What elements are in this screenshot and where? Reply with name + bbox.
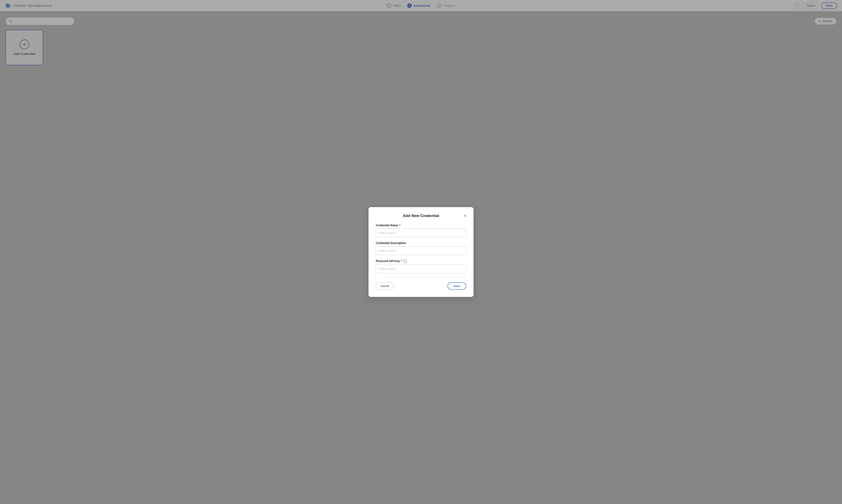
modal-close-button[interactable]: × bbox=[464, 214, 466, 218]
modal-cancel-button[interactable]: Cancel bbox=[376, 283, 394, 289]
add-credential-modal: Add New Credential × Credential Name * C… bbox=[369, 207, 473, 297]
required-star-key: * bbox=[401, 259, 402, 263]
pinecone-api-key-input[interactable] bbox=[376, 265, 466, 273]
modal-title: Add New Credential bbox=[403, 214, 439, 218]
modal-save-button[interactable]: Save bbox=[447, 282, 466, 290]
credential-description-input[interactable] bbox=[376, 246, 466, 255]
modal-header: Add New Credential × bbox=[376, 214, 466, 218]
credential-description-label: Credential Description bbox=[376, 241, 466, 245]
credential-description-group: Credential Description bbox=[376, 241, 466, 255]
credential-name-group: Credential Name * bbox=[376, 223, 466, 237]
pinecone-api-key-group: Pinecone API Key * i bbox=[376, 259, 466, 273]
pinecone-api-key-label: Pinecone API Key * i bbox=[376, 259, 466, 263]
required-star-name: * bbox=[399, 223, 400, 227]
modal-footer: Cancel Save bbox=[376, 282, 466, 290]
pinecone-info-icon[interactable]: i bbox=[403, 259, 407, 263]
modal-overlay: Add New Credential × Credential Name * C… bbox=[0, 0, 842, 504]
credential-name-input[interactable] bbox=[376, 229, 466, 237]
credential-name-label: Credential Name * bbox=[376, 223, 466, 227]
